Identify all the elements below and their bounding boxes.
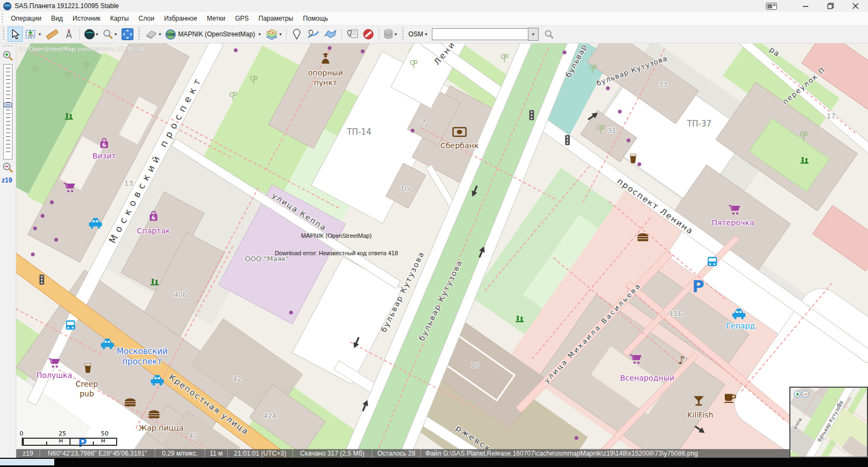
toolbar-grip[interactable] [3,28,4,41]
poi-dot-icon [31,253,35,256]
housenumber-label: 33 [659,80,668,89]
placemark-list-icon [346,29,358,40]
menu-item-избранное[interactable]: Избранное [159,15,202,22]
svg-text:OSM: OSM [167,33,175,36]
placemark-button[interactable] [289,27,304,42]
burger-icon [637,233,649,242]
housenumber-label: 17 [471,361,480,369]
no-entry-button[interactable] [361,27,376,42]
poi-dot-icon [328,46,331,50]
layers-button[interactable]: ▾ [264,27,284,42]
toolbar-grip[interactable] [402,28,404,41]
menu-item-gps[interactable]: GPS [230,15,253,22]
placemark-icon [293,29,301,40]
restore-button[interactable] [818,0,843,12]
polygon-icon [324,29,337,40]
housenumber-label: 31 [608,127,617,135]
poi-label: Полушка [36,371,72,381]
compass-button[interactable] [61,27,76,42]
poi-dot-icon [606,86,610,90]
statusbar-segment: 11 м [205,449,228,458]
zoom-slider[interactable] [3,64,12,160]
select-download-button[interactable]: ▾ [24,27,43,42]
search-source-label[interactable]: OSM▾ [409,30,427,38]
select-download-icon [25,29,37,40]
burger-icon [148,410,161,419]
statue-icon [65,113,74,121]
traffic-icon [565,135,570,146]
path-button[interactable] [305,27,321,42]
poi-dot-icon [41,214,44,218]
globe-button[interactable]: ▾ [82,27,100,42]
map-canvas[interactable]: (c) OpenStreetMap contributors, CC-BY-SA… [0,0,868,467]
statusbar-segment: N60°42'23,7986" E28°45'06,3191" [40,449,155,458]
zoom-slider-handle[interactable] [4,103,12,108]
placemark-list-button[interactable] [344,27,360,42]
tree-icon [589,65,597,74]
layers-icon [265,29,278,40]
status-bar: z19N60°42'23,7986" E28°45'06,3191"0,29 м… [0,449,868,458]
map3d-button[interactable]: ▾ [143,27,163,42]
menu-item-помощь[interactable]: Помощь [298,15,333,22]
taskbar-fragment [0,459,54,465]
zoom-sidebar: z19 [0,43,16,458]
poi-label: Creep pub [75,380,98,399]
app-icon [3,2,11,10]
menu-item-слои[interactable]: Слои [133,15,159,22]
ruler-button[interactable] [44,27,60,42]
search-icon [544,29,554,39]
osm-logo-icon: OSM [165,29,176,40]
map-source-button[interactable]: OSMMAPNIK (OpenStreetMap)▾ [164,27,263,42]
magnifier-icon [103,29,113,40]
search-input[interactable] [432,28,528,40]
statusbar-segment: Скачано 317 (2,5 Мб) [293,449,372,458]
poi-label: Гепард [726,321,755,331]
cursor-button[interactable] [8,27,23,42]
combo-dropdown-button[interactable]: ▾ [528,28,539,41]
minimap-zoom-out-button[interactable] [802,390,809,397]
database-button[interactable]: ▾ [382,27,399,42]
globe-icon [84,29,95,40]
menu-item-карты[interactable]: Карты [105,15,133,22]
poi-label: Пятёрочка [712,218,754,228]
search-button[interactable] [541,27,557,42]
close-button[interactable] [843,0,868,12]
tree-icon [250,75,258,85]
tree-icon [83,62,91,71]
poi-label: KillFish [687,411,713,420]
police-icon [321,53,331,64]
menu-item-параметры[interactable]: Параметры [254,15,298,22]
poi-dot-icon [289,311,293,314]
tile-source-message: MAPNIK (OpenStreetMap) [255,232,418,239]
statusbar-segment: Осталось 28 [372,449,421,458]
menubar-grip[interactable] [2,14,3,23]
minimize-button[interactable] [793,0,818,12]
poi-dot-icon [234,48,238,52]
menu-item-метки[interactable]: Метки [202,15,230,22]
zoom-out-button[interactable] [2,162,14,175]
poi-label: Сбербанк [441,141,479,151]
polygon-button[interactable] [322,27,339,42]
menu-item-источник[interactable]: Источник [68,15,105,22]
zoom-in-button[interactable] [2,50,14,64]
statusbar-segment: z19 [16,449,40,458]
menu-item-операции[interactable]: Операции [6,15,46,22]
cup-icon [724,393,737,403]
search-combobox[interactable]: ▾ [432,28,539,40]
magnifier-button[interactable]: ▾ [101,27,119,42]
statusbar-segment: 0,29 м/пикс. [155,449,205,458]
menu-item-вид[interactable]: Вид [46,15,68,22]
minimap-zoom-in-button[interactable] [794,390,801,397]
housenumber-label: 42 [233,375,242,383]
traffic-icon [40,275,44,285]
fullscreen-icon [122,28,133,40]
sidebar-grip[interactable] [3,45,13,47]
minimap-map[interactable]: бульвар Кутузоваеппа [790,388,867,457]
housenumber-label: 9 [421,117,425,125]
poi-dot-icon [575,436,578,440]
cart-icon [729,204,741,215]
minimap-panel[interactable]: бульвар Кутузоваеппа [789,387,868,458]
toolbar-grip[interactable] [138,28,140,41]
fullscreen-button[interactable] [120,27,135,42]
housenumber-label: 11Б [669,310,682,318]
